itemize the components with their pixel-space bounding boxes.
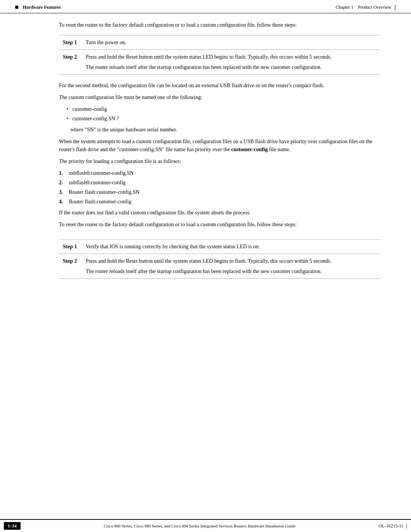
list-item: 2. usbflash0:customer-config	[59, 179, 381, 187]
list-item: customer-config	[67, 105, 381, 113]
steps-table-2: Step 1 Verify that IOS is running correc…	[59, 239, 381, 279]
abort-para: If the router does not find a valid cust…	[59, 209, 381, 217]
header-marker	[15, 6, 18, 9]
table-row: Step 2 Press and hold the Reset button u…	[59, 50, 381, 75]
step2-2-content: Press and hold the Reset button until th…	[82, 254, 381, 279]
table-row: Step 1 Verify that IOS is running correc…	[59, 240, 381, 254]
step-1-content: Turn the power on.	[82, 35, 381, 50]
header-section-label: Hardware Features	[23, 5, 61, 10]
bullet-list: customer-config customer-config.SN ?	[67, 105, 381, 123]
step-1-label: Step 1	[59, 35, 82, 50]
header-chapter: Chapter 1	[336, 5, 354, 10]
list-item: 3. Router flash:customer-config.SN	[59, 188, 381, 196]
numbered-list: 1. usbflash0:customer-config.SN 2. usbfl…	[59, 169, 381, 206]
header-right: Chapter 1 Product Overview |	[336, 4, 396, 11]
mid-section: For the second method, the configuration…	[59, 75, 381, 239]
header-bar: |	[394, 4, 396, 11]
list-item: 1. usbflash0:customer-config.SN	[59, 169, 381, 177]
page-footer: 1-34 Cisco 860 Series, Cisco 880 Series,…	[0, 519, 411, 532]
second-reset-intro: To reset the router to the factory defau…	[59, 220, 381, 228]
mid-para-1: For the second method, the configuration…	[59, 81, 381, 89]
footer-page-number: 1-34	[4, 522, 21, 530]
table-row: Step 2 Press and hold the Reset button u…	[59, 254, 381, 279]
footer-doc-title: Cisco 860 Series, Cisco 880 Series, and …	[21, 524, 379, 528]
step2-1-content: Verify that IOS is running correctly by …	[82, 240, 381, 254]
step2-1-label: Step 1	[59, 240, 82, 254]
page-container: Hardware Features Chapter 1 Product Over…	[0, 0, 411, 532]
step2-2-label: Step 2	[59, 254, 82, 279]
step-2-label: Step 2	[59, 50, 82, 75]
list-item: 4. Router flash:customer-config	[59, 198, 381, 206]
header-title: Product Overview	[358, 5, 392, 10]
warning-bold: customer-config	[231, 147, 268, 152]
warning-para: When the system attempts to load a custo…	[59, 137, 381, 153]
mid-para-2: The custom configuration file must be na…	[59, 93, 381, 101]
list-item: customer-config.SN ?	[67, 115, 381, 123]
footer-doc-number: OL-16215-11 |	[379, 523, 407, 529]
intro-paragraph: To reset the router to the factory defau…	[59, 21, 381, 29]
steps-table-1: Step 1 Turn the power on. Step 2 Press a…	[59, 35, 381, 75]
indent-para: where "SN" is the unique hardware serial…	[70, 126, 381, 134]
priority-intro: The priority for loading a configuration…	[59, 157, 381, 165]
page-header: Hardware Features Chapter 1 Product Over…	[0, 0, 411, 13]
main-content: To reset the router to the factory defau…	[0, 13, 411, 519]
table-row: Step 1 Turn the power on.	[59, 35, 381, 50]
step-2-content: Press and hold the Reset button until th…	[82, 50, 381, 75]
